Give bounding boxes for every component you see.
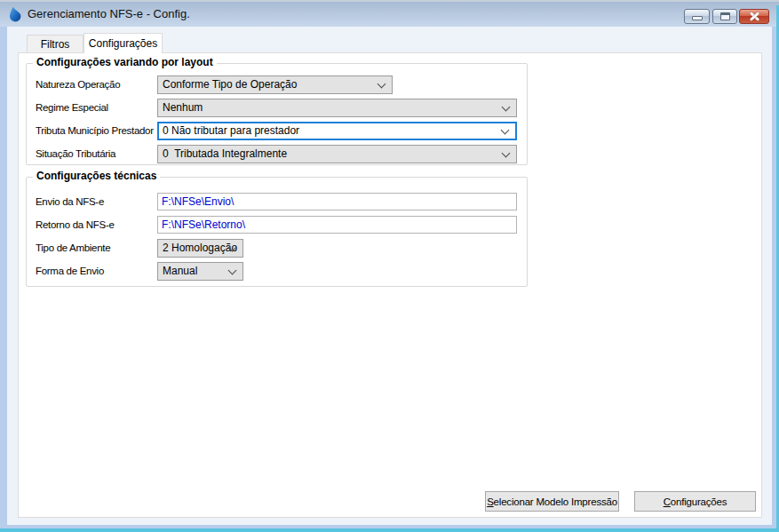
close-button[interactable] xyxy=(739,9,769,24)
button-label: elecionar Modelo Impressão xyxy=(494,496,617,507)
tab-filtros[interactable]: Filtros xyxy=(27,35,83,52)
app-window: Gerenciamento NFS-e - Config. Filtros Co… xyxy=(0,0,779,532)
natureza-operacao-label: Natureza Operação xyxy=(36,75,120,94)
minimize-icon xyxy=(692,16,703,20)
groupbox-layout-legend: Configurações variando por layout xyxy=(33,56,217,68)
button-accelerator: C xyxy=(664,496,671,507)
retorno-nfse-input[interactable] xyxy=(157,216,517,234)
minimize-button[interactable] xyxy=(684,9,710,24)
groupbox-technical-legend: Configurações técnicas xyxy=(33,170,160,182)
envio-nfse-label: Envio da NFS-e xyxy=(36,193,104,211)
retorno-nfse-label: Retorno da NFS-e xyxy=(36,216,115,234)
maximize-icon xyxy=(720,12,730,20)
forma-envio-select[interactable]: Manual xyxy=(157,262,243,281)
tipo-ambiente-label: Tipo de Ambiente xyxy=(36,239,110,258)
groupbox-layout-settings: Configurações variando por layout Nature… xyxy=(26,63,528,165)
natureza-operacao-select[interactable]: Conforme Tipo de Operação xyxy=(157,75,393,94)
situacao-tributaria-value: 0 Tributada Integralmente xyxy=(163,146,287,163)
window-title: Gerenciamento NFS-e - Config. xyxy=(28,2,190,27)
regime-especial-select[interactable]: Nenhum xyxy=(157,99,517,117)
tab-page: Configurações variando por layout Nature… xyxy=(18,52,762,518)
tributa-municipio-prestador-value: 0 Não tributar para prestador xyxy=(163,123,299,139)
configuracoes-button[interactable]: Configurações xyxy=(634,491,756,512)
water-drop-icon xyxy=(8,6,23,22)
envio-nfse-input[interactable] xyxy=(157,193,517,210)
regime-especial-label: Regime Especial xyxy=(36,99,108,117)
tipo-ambiente-select[interactable]: 2 Homologação xyxy=(157,239,243,258)
regime-especial-value: Nenhum xyxy=(163,99,203,116)
button-label: onfigurações xyxy=(671,496,727,507)
tributa-municipio-prestador-select[interactable]: 0 Não tributar para prestador xyxy=(157,122,517,140)
selecionar-modelo-impressao-button[interactable]: Selecionar Modelo Impressão xyxy=(485,491,619,512)
situacao-tributaria-label: Situação Tributária xyxy=(36,145,115,163)
tab-configuracoes[interactable]: Configurações xyxy=(83,33,163,53)
chevron-down-icon xyxy=(502,103,511,112)
close-icon xyxy=(749,12,760,21)
natureza-operacao-value: Conforme Tipo de Operação xyxy=(163,76,297,93)
client-area: Filtros Configurações Configurações vari… xyxy=(7,27,772,525)
button-accelerator: S xyxy=(487,496,493,507)
forma-envio-value: Manual xyxy=(163,263,197,280)
tributa-municipio-prestador-label: Tributa Município Prestador xyxy=(36,122,154,140)
situacao-tributaria-select[interactable]: 0 Tributada Integralmente xyxy=(157,145,517,163)
chevron-down-icon xyxy=(228,266,237,275)
tipo-ambiente-value: 2 Homologação xyxy=(163,240,237,257)
chevron-down-icon xyxy=(502,149,511,158)
titlebar[interactable]: Gerenciamento NFS-e - Config. xyxy=(0,0,779,27)
chevron-down-icon xyxy=(501,126,510,135)
window-edge-glow-bottom xyxy=(0,528,779,532)
forma-envio-label: Forma de Envio xyxy=(36,262,104,281)
maximize-button[interactable] xyxy=(712,9,737,24)
chevron-down-icon xyxy=(378,80,386,89)
groupbox-technical-settings: Configurações técnicas Envio da NFS-e Re… xyxy=(26,177,528,287)
